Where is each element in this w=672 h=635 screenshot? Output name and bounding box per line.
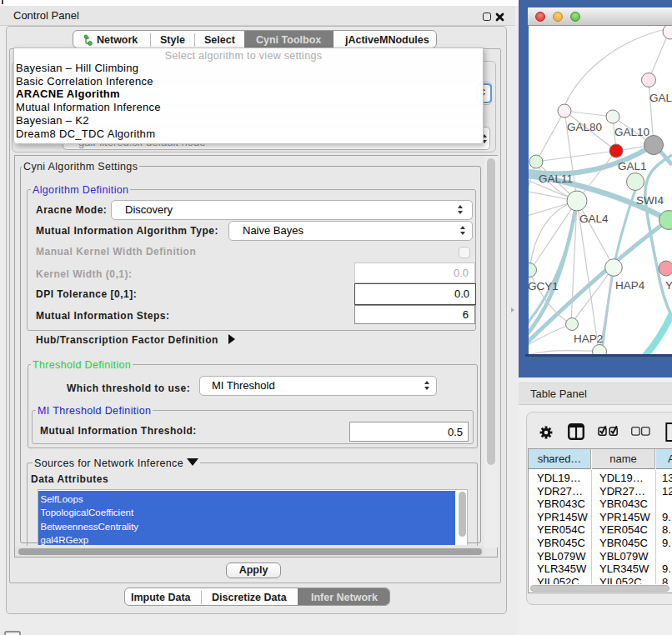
svg-text:GCY1: GCY1 xyxy=(529,280,559,292)
svg-text:GAL10: GAL10 xyxy=(614,126,649,138)
svg-text:Y: Y xyxy=(665,279,672,292)
svg-text:GAL4: GAL4 xyxy=(579,212,609,225)
svg-text:GAL: GAL xyxy=(649,92,672,104)
svg-text:SWI4: SWI4 xyxy=(636,194,664,207)
svg-text:GAL11: GAL11 xyxy=(539,172,573,185)
svg-text:HAP2: HAP2 xyxy=(574,332,603,345)
svg-text:HAP4: HAP4 xyxy=(615,279,645,292)
svg-text:GAL80: GAL80 xyxy=(567,121,602,133)
svg-text:GAL1: GAL1 xyxy=(618,160,647,172)
